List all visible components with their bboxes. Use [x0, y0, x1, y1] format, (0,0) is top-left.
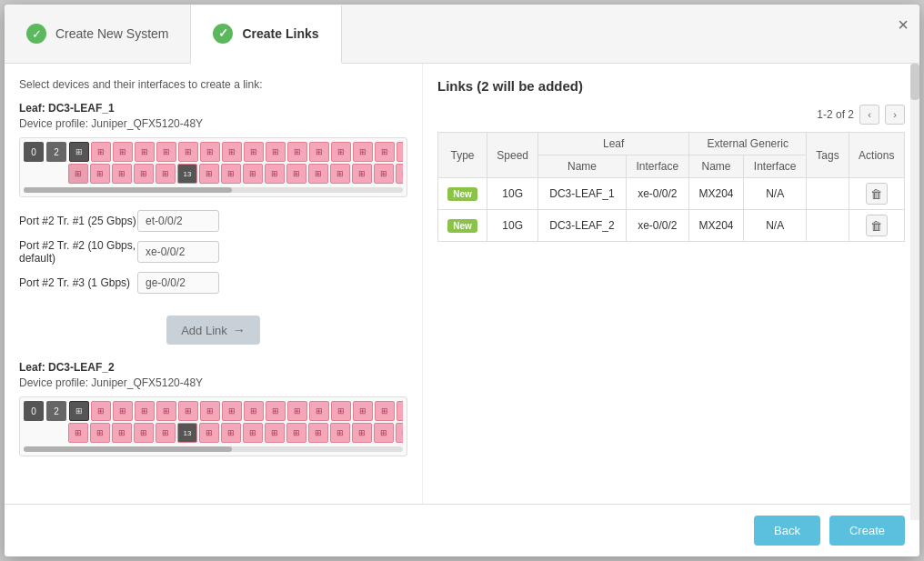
p2-box-6[interactable]: ⊞: [200, 401, 220, 421]
port2-box-sel[interactable]: ⊞: [69, 401, 89, 421]
p2-box-b12[interactable]: ⊞: [308, 423, 328, 443]
port-box-b10[interactable]: ⊞: [265, 164, 285, 184]
port-box-sel[interactable]: ⊞: [69, 142, 89, 162]
port-badge-0: 0: [24, 142, 44, 162]
port-box-15[interactable]: ⊞: [397, 142, 403, 162]
port-box-9[interactable]: ⊞: [266, 142, 286, 162]
row2-delete-button[interactable]: 🗑: [866, 215, 888, 236]
port-box-b4[interactable]: ⊞: [134, 164, 154, 184]
p2-box-b2[interactable]: ⊞: [90, 423, 110, 443]
leaf1-name: Leaf: DC3-LEAF_1: [19, 100, 407, 117]
port1-label: Port #2 Tr. #1 (25 Gbps): [19, 215, 137, 227]
port-box-b12[interactable]: ⊞: [308, 164, 328, 184]
port-box-b14[interactable]: ⊞: [352, 164, 372, 184]
ports2-bottom-row: ⊞ ⊞ ⊞ ⊞ ⊞ 13 ⊞ ⊞ ⊞ ⊞ ⊞ ⊞ ⊞: [68, 423, 403, 443]
port-box-13[interactable]: ⊞: [353, 142, 373, 162]
col-external-group: External Generic: [689, 133, 807, 155]
port-box-1[interactable]: ⊞: [91, 142, 111, 162]
port-box-b1[interactable]: ⊞: [68, 164, 88, 184]
col-speed: Speed: [487, 133, 538, 178]
row2-tags: [807, 210, 849, 242]
port3-input[interactable]: [137, 272, 219, 294]
modal-body: Select devices and their interfaces to c…: [5, 64, 919, 504]
port-box-8[interactable]: ⊞: [244, 142, 264, 162]
p2-box-2[interactable]: ⊞: [113, 401, 133, 421]
port-box-7[interactable]: ⊞: [222, 142, 242, 162]
col-ext-name: Name: [689, 155, 744, 178]
p2-box-13[interactable]: ⊞: [353, 401, 373, 421]
p2-box-1[interactable]: ⊞: [91, 401, 111, 421]
port-box-b7[interactable]: ⊞: [199, 164, 219, 184]
row1-delete-button[interactable]: 🗑: [866, 183, 888, 205]
p2-box-14[interactable]: ⊞: [375, 401, 395, 421]
port-box-b16[interactable]: ⊞: [396, 164, 403, 184]
tab2-check-icon: ✓: [213, 24, 233, 44]
p2-box-b11[interactable]: ⊞: [286, 423, 306, 443]
p2-box-9[interactable]: ⊞: [266, 401, 286, 421]
port-box-b13[interactable]: ⊞: [330, 164, 350, 184]
row2-badge: New: [447, 219, 477, 233]
port-box-b3[interactable]: ⊞: [112, 164, 132, 184]
port-box-b11[interactable]: ⊞: [286, 164, 306, 184]
close-button[interactable]: ×: [898, 15, 909, 34]
p2-box-10[interactable]: ⊞: [287, 401, 307, 421]
p2-box-b14[interactable]: ⊞: [352, 423, 372, 443]
col-actions: Actions: [849, 133, 904, 178]
scrollbar-track[interactable]: [910, 64, 919, 520]
port-box-5[interactable]: ⊞: [178, 142, 198, 162]
row1-badge: New: [447, 187, 477, 201]
port-box-b9[interactable]: ⊞: [243, 164, 263, 184]
add-link-button[interactable]: Add Link →: [166, 316, 260, 345]
modal: ✓ Create New System ✓ Create Links × Sel…: [5, 5, 919, 556]
port-box-11[interactable]: ⊞: [309, 142, 329, 162]
p2-box-b13[interactable]: ⊞: [330, 423, 350, 443]
p2-box-5[interactable]: ⊞: [178, 401, 198, 421]
p2-box-15[interactable]: ⊞: [397, 401, 403, 421]
p2-box-b6[interactable]: 13: [177, 423, 197, 443]
p2-box-b1[interactable]: ⊞: [68, 423, 88, 443]
port-box-6[interactable]: ⊞: [200, 142, 220, 162]
port-box-2[interactable]: ⊞: [113, 142, 133, 162]
next-page-button[interactable]: ›: [885, 105, 905, 125]
row1-type: New: [438, 178, 487, 210]
port-box-3[interactable]: ⊞: [135, 142, 155, 162]
port-box-b15[interactable]: ⊞: [374, 164, 394, 184]
tab1-label: Create New System: [55, 26, 168, 41]
p2-box-12[interactable]: ⊞: [331, 401, 351, 421]
port-box-b6[interactable]: 13: [177, 164, 197, 184]
p2-box-b7[interactable]: ⊞: [199, 423, 219, 443]
port-box-b2[interactable]: ⊞: [90, 164, 110, 184]
p2-box-4[interactable]: ⊞: [156, 401, 176, 421]
port1-input[interactable]: [137, 210, 219, 232]
prev-page-button[interactable]: ‹: [859, 105, 879, 125]
tab-create-links[interactable]: ✓ Create Links: [191, 5, 341, 64]
p2-box-3[interactable]: ⊞: [135, 401, 155, 421]
port2-input[interactable]: [137, 241, 219, 263]
p2-box-b9[interactable]: ⊞: [243, 423, 263, 443]
create-button[interactable]: Create: [829, 516, 905, 546]
scrollbar-thumb[interactable]: [910, 64, 919, 100]
p2-box-b3[interactable]: ⊞: [112, 423, 132, 443]
p2-box-b5[interactable]: ⊞: [156, 423, 176, 443]
port-box-b8[interactable]: ⊞: [221, 164, 241, 184]
p2-box-b15[interactable]: ⊞: [374, 423, 394, 443]
left-panel: Select devices and their interfaces to c…: [5, 64, 423, 504]
back-button[interactable]: Back: [754, 516, 820, 546]
p2-box-b10[interactable]: ⊞: [265, 423, 285, 443]
row2-leaf-name: DC3-LEAF_2: [538, 210, 626, 242]
p2-box-b16[interactable]: ⊞: [396, 423, 403, 443]
p2-box-11[interactable]: ⊞: [309, 401, 329, 421]
port-box-12[interactable]: ⊞: [331, 142, 351, 162]
modal-footer: Back Create: [5, 504, 919, 556]
table-row: New 10G DC3-LEAF_2 xe-0/0/2 MX204 N/A 🗑: [438, 210, 905, 242]
port-box-4[interactable]: ⊞: [156, 142, 176, 162]
port-box-14[interactable]: ⊞: [375, 142, 395, 162]
p2-box-b8[interactable]: ⊞: [221, 423, 241, 443]
p2-box-7[interactable]: ⊞: [222, 401, 242, 421]
port-box-b5[interactable]: ⊞: [156, 164, 176, 184]
tab-create-new-system[interactable]: ✓ Create New System: [5, 5, 191, 63]
port2-badge-2: 2: [46, 401, 66, 421]
port-box-10[interactable]: ⊞: [287, 142, 307, 162]
p2-box-8[interactable]: ⊞: [244, 401, 264, 421]
p2-box-b4[interactable]: ⊞: [134, 423, 154, 443]
